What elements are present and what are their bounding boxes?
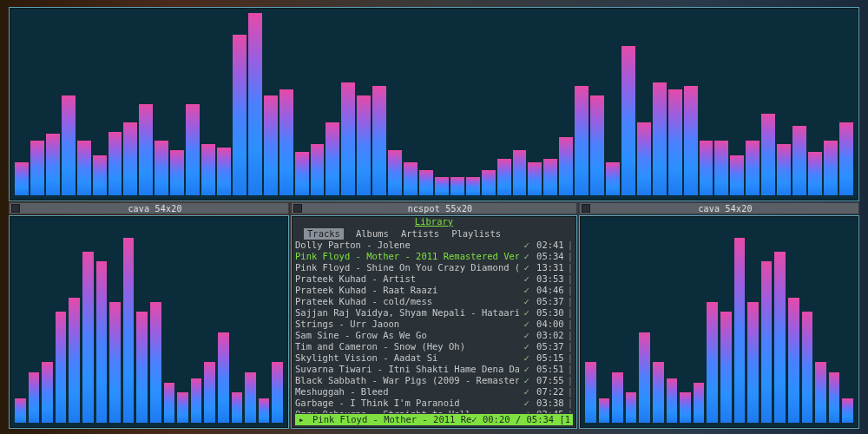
window-menu-icon[interactable] xyxy=(582,204,590,213)
spectrum-bar xyxy=(653,82,667,195)
spectrum-bar xyxy=(217,148,231,195)
spectrum-bar xyxy=(295,152,309,195)
tab-albums[interactable]: Albums xyxy=(356,228,389,240)
spectrum-bar xyxy=(734,238,746,423)
spectrum-bar xyxy=(123,238,135,423)
spectrum-bar xyxy=(109,302,121,423)
titlebar-left[interactable]: cava 54x20 xyxy=(9,202,289,214)
track-row[interactable]: Tim and Cameron - Snow (Hey Oh)✓ 05:37 | xyxy=(295,341,573,352)
visualizer-bottom-right-pane xyxy=(579,215,859,429)
track-row[interactable]: Dolly Parton - Jolene✓ 02:41 | xyxy=(295,240,573,251)
spectrum-bottom-left xyxy=(15,221,283,423)
track-row[interactable]: Garbage - I Think I'm Paranoid✓ 03:38 | xyxy=(295,398,573,409)
spectrum-bar xyxy=(694,383,705,423)
saved-icon: ✓ xyxy=(523,307,535,318)
spectrum-bar xyxy=(201,144,215,195)
ncspot-status-bar: ▸ Pink Floyd - Mother - 2011 Re✓ 00:20 /… xyxy=(295,414,573,425)
track-duration: ✓ 04:46 xyxy=(519,285,568,296)
track-row[interactable]: Prateek Kuhad - Artist✓ 03:53 | xyxy=(295,273,573,285)
track-row[interactable]: Prateek Kuhad - Raat Raazi✓ 04:46 | xyxy=(295,285,573,296)
spectrum-bar xyxy=(259,398,270,423)
saved-icon: ✓ xyxy=(523,319,535,329)
saved-icon: ✓ xyxy=(523,375,535,385)
track-row[interactable]: Skylight Vision - Aadat Si✓ 05:15 | xyxy=(295,352,573,364)
track-row[interactable]: Pink Floyd - Shine On You Crazy Diamond … xyxy=(295,262,573,273)
ncspot-pane[interactable]: Library TracksAlbumsArtistsPlaylists Dol… xyxy=(291,215,577,429)
spectrum-bar xyxy=(575,86,589,195)
spectrum-bar xyxy=(700,141,713,195)
spectrum-bar xyxy=(311,144,325,195)
spectrum-bar xyxy=(155,141,168,195)
spectrum-bar xyxy=(528,162,542,195)
track-title: Prateek Kuhad - Raat Raazi xyxy=(295,285,519,296)
spectrum-bar xyxy=(842,398,853,423)
track-row[interactable]: Meshuggah - Bleed✓ 07:22 | xyxy=(295,386,573,398)
saved-icon: ✓ xyxy=(523,251,535,261)
titlebar-right-text: cava 54x20 xyxy=(592,204,858,214)
track-row[interactable]: Suvarna Tiwari - Itni Shakti Hame Dena D… xyxy=(295,364,573,375)
spectrum-bar xyxy=(774,252,786,423)
row-pipe: | xyxy=(568,285,573,296)
spectrum-bar xyxy=(590,95,604,196)
track-duration: ✓ 05:30 xyxy=(519,307,568,319)
row-pipe: | xyxy=(568,409,573,413)
track-title: Pink Floyd - Shine On You Crazy Diamond … xyxy=(295,262,519,273)
track-title: Tim and Cameron - Snow (Hey Oh) xyxy=(295,341,519,352)
spectrum-bar xyxy=(341,82,355,195)
spectrum-bar xyxy=(684,86,698,195)
spectrum-bar xyxy=(123,122,137,195)
spectrum-bar xyxy=(824,141,838,195)
ncspot-track-list[interactable]: Dolly Parton - Jolene✓ 02:41 |Pink Floyd… xyxy=(292,240,576,413)
spectrum-bar xyxy=(93,155,107,195)
spectrum-bar xyxy=(232,392,243,423)
spectrum-bar xyxy=(218,332,229,423)
track-row[interactable]: Sam Sine - Grow As We Go✓ 03:02 | xyxy=(295,330,573,341)
spectrum-bar xyxy=(747,302,759,423)
spectrum-bar xyxy=(585,362,596,423)
saved-icon: ✓ xyxy=(523,352,535,363)
spectrum-bar xyxy=(15,398,26,423)
row-pipe: | xyxy=(568,319,573,330)
track-title: Meshuggah - Bleed xyxy=(295,386,519,398)
spectrum-bar xyxy=(714,141,728,195)
track-title: Pink Floyd - Mother - 2011 Remastered Ve… xyxy=(295,251,519,262)
saved-icon: ✓ xyxy=(523,296,535,306)
track-row[interactable]: Ozzy Osbourne - Straight to Hell✓ 03:45 … xyxy=(295,409,573,413)
track-row[interactable]: Pink Floyd - Mother - 2011 Remastered Ve… xyxy=(295,251,573,262)
spectrum-bar xyxy=(777,144,791,195)
track-row[interactable]: Prateek Kuhad - cold/mess✓ 05:37 | xyxy=(295,296,573,307)
spectrum-bar xyxy=(139,104,153,195)
row-pipe: | xyxy=(568,262,573,273)
titlebar-right[interactable]: cava 54x20 xyxy=(579,202,859,214)
spectrum-bar xyxy=(637,122,651,195)
track-duration: ✓ 03:02 xyxy=(519,330,568,341)
spectrum-bar xyxy=(164,383,175,423)
track-duration: ✓ 05:37 xyxy=(519,296,568,307)
spectrum-bar xyxy=(326,122,339,195)
spectrum-bar xyxy=(707,302,718,423)
tab-artists[interactable]: Artists xyxy=(401,228,439,240)
tab-playlists[interactable]: Playlists xyxy=(451,228,501,240)
spectrum-bar xyxy=(621,46,635,195)
row-pipe: | xyxy=(568,352,573,364)
track-row[interactable]: Strings - Urr Jaoon✓ 04:00 | xyxy=(295,319,573,330)
spectrum-bar xyxy=(15,162,29,195)
track-row[interactable]: Sajjan Raj Vaidya, Shyam Nepali - Hataar… xyxy=(295,307,573,319)
spectrum-bar xyxy=(69,298,80,423)
row-pipe: | xyxy=(568,386,573,398)
spectrum-bar xyxy=(497,159,511,195)
window-menu-icon[interactable] xyxy=(293,204,302,213)
titlebar-mid[interactable]: ncspot 55x20 xyxy=(291,202,577,214)
spectrum-bar xyxy=(829,372,840,423)
spectrum-bar xyxy=(248,13,262,195)
visualizer-top-pane xyxy=(9,7,859,201)
tab-tracks[interactable]: Tracks xyxy=(304,228,344,240)
spectrum-bar xyxy=(720,312,732,423)
now-playing-text: Pink Floyd - Mother - 2011 Re✓ 00:20 / 0… xyxy=(312,414,569,425)
window-menu-icon[interactable] xyxy=(11,204,20,213)
titlebar-left-text: cava 54x20 xyxy=(22,204,288,214)
row-pipe: | xyxy=(568,341,573,352)
saved-icon: ✓ xyxy=(523,285,535,295)
track-row[interactable]: Black Sabbath - War Pigs (2009 - Remaste… xyxy=(295,375,573,386)
spectrum-bar xyxy=(404,162,418,195)
